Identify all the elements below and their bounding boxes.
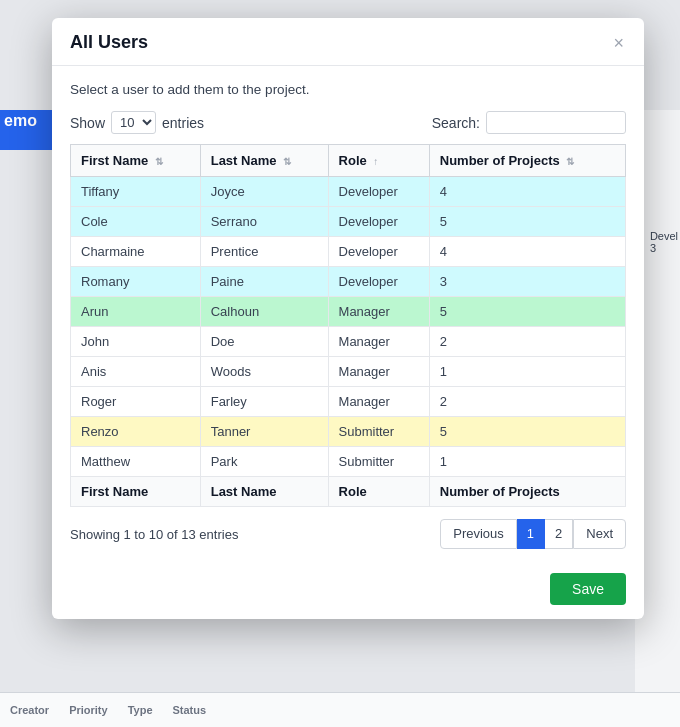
footer-col-projects: Number of Projects (429, 477, 625, 507)
cell-first_name: Cole (71, 207, 201, 237)
entries-select[interactable]: 10 25 50 (111, 111, 156, 134)
modal-title: All Users (70, 32, 148, 53)
cell-last_name: Paine (200, 267, 328, 297)
modal-footer: Save (52, 563, 644, 619)
cell-projects: 3 (429, 267, 625, 297)
show-label: Show (70, 115, 105, 131)
sort-icon-first-name: ⇅ (155, 156, 163, 167)
bg-col-creator: Creator (10, 704, 49, 716)
table-header-row: First Name ⇅ Last Name ⇅ Role ↑ Number o… (71, 145, 626, 177)
footer-col-role: Role (328, 477, 429, 507)
sort-icon-role: ↑ (373, 156, 378, 167)
cell-role: Submitter (328, 417, 429, 447)
cell-role: Developer (328, 177, 429, 207)
cell-first_name: Romany (71, 267, 201, 297)
cell-last_name: Tanner (200, 417, 328, 447)
cell-first_name: John (71, 327, 201, 357)
bg-col-type: Type (128, 704, 153, 716)
pagination-area: Showing 1 to 10 of 13 entries Previous 1… (70, 519, 626, 549)
table-row[interactable]: TiffanyJoyceDeveloper4 (71, 177, 626, 207)
save-button[interactable]: Save (550, 573, 626, 605)
cell-role: Developer (328, 207, 429, 237)
sort-icon-projects: ⇅ (566, 156, 574, 167)
cell-last_name: Serrano (200, 207, 328, 237)
cell-last_name: Park (200, 447, 328, 477)
cell-first_name: Matthew (71, 447, 201, 477)
table-row[interactable]: MatthewParkSubmitter1 (71, 447, 626, 477)
all-users-modal: All Users × Select a user to add them to… (52, 18, 644, 619)
table-controls: Show 10 25 50 entries Search: (70, 111, 626, 134)
cell-first_name: Roger (71, 387, 201, 417)
cell-last_name: Joyce (200, 177, 328, 207)
table-row[interactable]: RomanyPaineDeveloper3 (71, 267, 626, 297)
cell-first_name: Renzo (71, 417, 201, 447)
next-button[interactable]: Next (573, 519, 626, 549)
cell-last_name: Calhoun (200, 297, 328, 327)
col-header-projects[interactable]: Number of Projects ⇅ (429, 145, 625, 177)
footer-col-first-name: First Name (71, 477, 201, 507)
users-table: First Name ⇅ Last Name ⇅ Role ↑ Number o… (70, 144, 626, 507)
table-row[interactable]: CharmainePrenticeDeveloper4 (71, 237, 626, 267)
cell-projects: 1 (429, 447, 625, 477)
entries-label: entries (162, 115, 204, 131)
cell-projects: 2 (429, 327, 625, 357)
cell-role: Developer (328, 237, 429, 267)
cell-role: Developer (328, 267, 429, 297)
bg-demo-text: emo (4, 112, 37, 130)
cell-first_name: Charmaine (71, 237, 201, 267)
sort-icon-last-name: ⇅ (283, 156, 291, 167)
page-1-button[interactable]: 1 (517, 519, 545, 549)
cell-last_name: Woods (200, 357, 328, 387)
cell-last_name: Farley (200, 387, 328, 417)
cell-first_name: Arun (71, 297, 201, 327)
cell-projects: 4 (429, 237, 625, 267)
modal-subtitle: Select a user to add them to the project… (70, 82, 626, 97)
col-label-role: Role (339, 153, 367, 168)
table-row[interactable]: JohnDoeManager2 (71, 327, 626, 357)
cell-projects: 4 (429, 177, 625, 207)
cell-role: Manager (328, 357, 429, 387)
showing-text: Showing 1 to 10 of 13 entries (70, 527, 238, 542)
col-header-first-name[interactable]: First Name ⇅ (71, 145, 201, 177)
table-footer-row: First Name Last Name Role Number of Proj… (71, 477, 626, 507)
table-row[interactable]: RogerFarleyManager2 (71, 387, 626, 417)
table-row[interactable]: ColeSerranoDeveloper5 (71, 207, 626, 237)
table-row[interactable]: ArunCalhounManager5 (71, 297, 626, 327)
footer-col-last-name: Last Name (200, 477, 328, 507)
modal-close-button[interactable]: × (611, 34, 626, 52)
bg-col-status: Status (173, 704, 207, 716)
col-header-last-name[interactable]: Last Name ⇅ (200, 145, 328, 177)
col-label-first-name: First Name (81, 153, 148, 168)
bg-right-label: Devel3 (650, 230, 678, 254)
table-row[interactable]: RenzoTannerSubmitter5 (71, 417, 626, 447)
previous-button[interactable]: Previous (440, 519, 517, 549)
bg-col-priority: Priority (69, 704, 108, 716)
col-label-projects: Number of Projects (440, 153, 560, 168)
cell-role: Manager (328, 297, 429, 327)
search-area: Search: (432, 111, 626, 134)
cell-first_name: Tiffany (71, 177, 201, 207)
col-header-role[interactable]: Role ↑ (328, 145, 429, 177)
cell-projects: 2 (429, 387, 625, 417)
cell-last_name: Doe (200, 327, 328, 357)
modal-header: All Users × (52, 18, 644, 66)
cell-role: Submitter (328, 447, 429, 477)
modal-body: Select a user to add them to the project… (52, 66, 644, 563)
cell-projects: 5 (429, 417, 625, 447)
cell-projects: 1 (429, 357, 625, 387)
search-label: Search: (432, 115, 480, 131)
pagination-buttons: Previous 1 2 Next (440, 519, 626, 549)
cell-role: Manager (328, 387, 429, 417)
cell-role: Manager (328, 327, 429, 357)
cell-first_name: Anis (71, 357, 201, 387)
cell-projects: 5 (429, 207, 625, 237)
page-2-button[interactable]: 2 (545, 519, 573, 549)
show-entries-control: Show 10 25 50 entries (70, 111, 204, 134)
cell-last_name: Prentice (200, 237, 328, 267)
col-label-last-name: Last Name (211, 153, 277, 168)
search-input[interactable] (486, 111, 626, 134)
table-row[interactable]: AnisWoodsManager1 (71, 357, 626, 387)
cell-projects: 5 (429, 297, 625, 327)
